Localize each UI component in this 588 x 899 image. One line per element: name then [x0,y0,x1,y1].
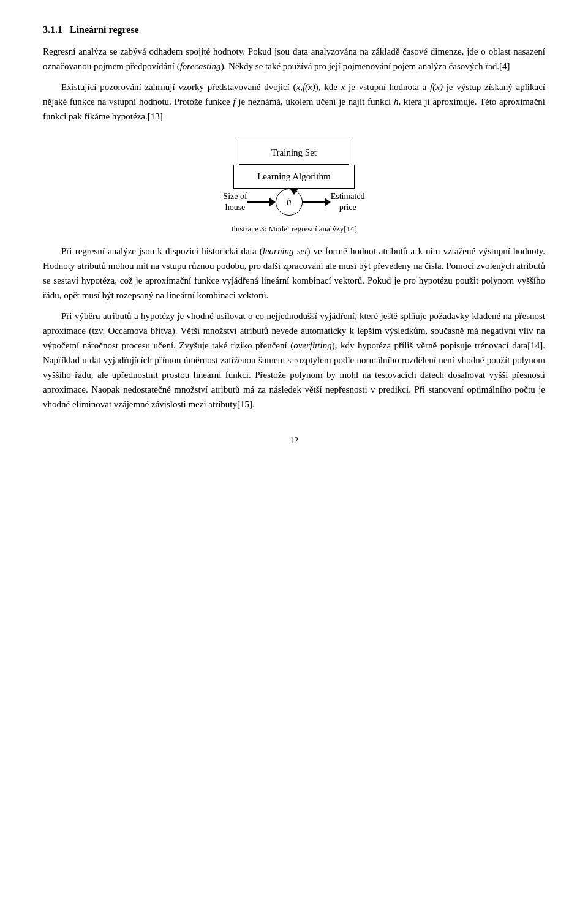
diagram-area: Training Set Learning Algorithm Size of … [223,141,364,216]
paragraph-1: Regresní analýza se zabývá odhadem spoji… [43,44,545,73]
training-set-box: Training Set [239,141,349,165]
paragraph-4: Při výběru atributů a hypotézy je vhodné… [43,309,545,412]
heading-number: 3.1.1 [43,24,62,35]
training-set-label: Training Set [271,148,317,157]
size-of-house-label: Size of house [223,191,247,213]
heading-title: Lineární regrese [70,24,139,35]
h-label: h [287,197,292,208]
figure-container: Training Set Learning Algorithm Size of … [43,141,545,234]
h-circle: h [276,189,303,216]
section-heading: 3.1.1 Lineární regrese [43,24,545,36]
paragraph-3: Při regresní analýze jsou k dispozici hi… [43,244,545,303]
paragraph-2: Existující pozorování zahrnují vzorky př… [43,80,545,124]
estimated-price-label: Estimated price [331,191,365,213]
learning-algorithm-box: Learning Algorithm [233,165,355,189]
diagram-bottom-row: Size of house h Estimated price [223,189,364,216]
arrow-right-2 [303,198,331,206]
figure-caption: Ilustrace 3: Model regresní analýzy[14] [231,224,357,234]
learning-algorithm-label: Learning Algorithm [257,171,331,181]
page-number: 12 [43,436,545,446]
arrow-right-1 [247,198,276,206]
